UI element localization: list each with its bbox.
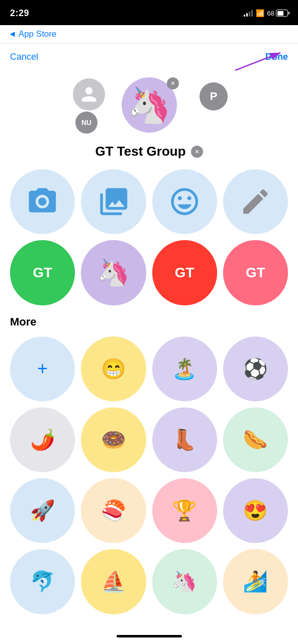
group-name-clear-icon: ✕ [194,148,200,155]
smile-icon [168,185,201,218]
emoji-surfer: 🏄 [243,570,268,593]
plus-icon: + [37,358,48,379]
emoji-cell-unicorn[interactable]: 🦄 [152,549,217,614]
emoji-cell-sushi[interactable]: 🍣 [81,478,146,543]
unicorn-emoji-cell: 🦄 [97,257,130,288]
emoji-icon-cell[interactable] [152,169,217,234]
emoji-cell-dolphin[interactable]: 🐬 [10,549,75,614]
back-label: App Store [19,29,57,39]
gt-green-label: GT [33,265,52,281]
avatar-p-label: P [210,90,218,103]
photos-icon [97,185,130,218]
emoji-cell-island[interactable]: 🏝️ [152,337,217,401]
header-bar: Cancel Done [0,44,298,67]
group-name: GT Test Group [95,144,185,159]
back-arrow-icon: ◄ [8,29,17,39]
unicorn-emoji: 🦄 [127,84,171,126]
group-name-clear-button[interactable]: ✕ [191,146,203,158]
avatar-ghost [73,78,105,111]
battery-box [276,10,288,17]
emoji-dolphin: 🐬 [30,570,55,593]
unicorn-cell[interactable]: 🦄 [81,240,146,305]
battery-level: 68 [267,10,274,17]
emoji-trophy: 🏆 [172,499,197,522]
emoji-cell-rocket[interactable]: 🚀 [10,478,75,543]
home-indicator [117,635,182,637]
wifi-icon: 📶 [256,9,264,17]
emoji-chili: 🌶️ [30,428,55,452]
emoji-island: 🏝️ [172,357,197,381]
avatar-nu-label: NU [81,119,91,127]
emoji-hotdog: 🌭 [243,428,268,452]
emoji-grin: 😁 [101,357,126,381]
more-section: More + 😁 🏝️ ⚽ 🌶️ 🍩 [0,315,298,614]
bottom-safe-area [0,624,298,641]
gt-green-cell[interactable]: GT [10,240,75,305]
gt-pink-label: GT [246,265,265,281]
emoji-grid: + 😁 🏝️ ⚽ 🌶️ 🍩 👢 [10,337,288,614]
gt-red-cell[interactable]: GT [152,240,217,305]
camera-icon [26,185,59,218]
emoji-cell-boot[interactable]: 👢 [152,407,217,472]
battery-fill [277,11,283,16]
emoji-cell-grin[interactable]: 😁 [81,337,146,401]
done-button[interactable]: Done [265,52,288,62]
emoji-donut: 🍩 [101,428,126,452]
emoji-cell-donut[interactable]: 🍩 [81,407,146,472]
emoji-rocket: 🚀 [30,499,55,522]
emoji-cell-heart-eyes[interactable]: 😍 [223,478,288,543]
emoji-sailboat: ⛵ [101,570,126,593]
emoji-unicorn-more: 🦄 [172,570,197,593]
main-content: Cancel Done NU 🦄 ✕ [0,44,298,624]
gt-pink-cell[interactable]: GT [223,240,288,305]
battery-indicator: 68 [267,10,288,17]
emoji-soccer: ⚽ [243,357,268,381]
emoji-boot: 👢 [172,428,197,452]
gt-red-label: GT [175,265,194,281]
close-icon: ✕ [170,80,175,87]
emoji-cell-sailboat[interactable]: ⛵ [81,549,146,614]
emoji-cell-hotdog[interactable]: 🌭 [223,407,288,472]
emoji-heart-eyes: 😍 [243,499,268,522]
back-bar[interactable]: ◄ App Store [0,25,298,44]
cancel-button[interactable]: Cancel [10,52,38,62]
status-time: 2:29 [10,8,29,19]
group-avatar-area: NU 🦄 ✕ P [0,72,298,138]
avatar-main-close-button[interactable]: ✕ [167,77,179,89]
emoji-cell-surfer[interactable]: 🏄 [223,549,288,614]
group-name-row: GT Test Group ✕ [0,144,298,159]
avatar-nu: NU [75,112,97,134]
pencil-icon [239,185,272,218]
photos-icon-cell[interactable] [81,169,146,234]
person-icon [80,85,98,103]
battery-tip [288,12,289,15]
status-bar: 2:29 📶 68 [0,0,298,25]
emoji-sushi: 🍣 [101,499,126,522]
more-label: More [10,315,288,329]
pencil-icon-cell[interactable] [223,169,288,234]
status-icons: 📶 68 [244,9,288,17]
signal-icon [244,10,253,17]
emoji-cell-soccer[interactable]: ⚽ [223,337,288,401]
avatar-p: P [200,82,228,111]
camera-icon-cell[interactable] [10,169,75,234]
add-emoji-cell[interactable]: + [10,337,75,401]
emoji-cell-trophy[interactable]: 🏆 [152,478,217,543]
icon-picker-grid: GT 🦄 GT GT [0,169,298,305]
emoji-cell-chili[interactable]: 🌶️ [10,407,75,472]
